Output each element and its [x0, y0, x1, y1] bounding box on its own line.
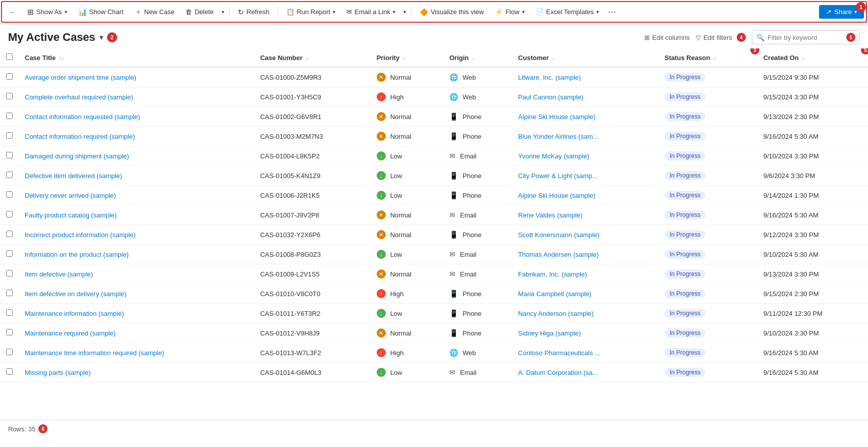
case-title-link[interactable]: Faulty product catalog (sample)	[25, 211, 117, 219]
case-title-link[interactable]: Item defective (sample)	[25, 270, 93, 278]
select-all-checkbox[interactable]	[6, 53, 13, 60]
row-checkbox[interactable]	[6, 152, 13, 158]
back-button[interactable]: ←	[4, 6, 21, 19]
priority-text: Normal	[390, 133, 412, 140]
priority-cell: ↑ High	[371, 284, 443, 304]
row-checkbox-cell[interactable]	[0, 146, 19, 166]
row-checkbox-cell[interactable]	[0, 363, 19, 382]
customer-link[interactable]: Maria Campbell (sample)	[518, 290, 591, 298]
col-header-status[interactable]: Status Reason ↓ 3	[658, 48, 757, 67]
customer-link[interactable]: Yvonne McKay (sample)	[518, 152, 589, 160]
customer-link[interactable]: Nancy Anderson (sample)	[518, 310, 594, 317]
row-checkbox-cell[interactable]	[0, 186, 19, 205]
customer-link[interactable]: Paul Cannon (sample)	[518, 93, 583, 101]
view-title-chevron-icon[interactable]: ▾	[99, 33, 103, 41]
case-title-link[interactable]: Missing parts (sample)	[25, 369, 91, 376]
row-checkbox-cell[interactable]	[0, 87, 19, 107]
more-options-button[interactable]: ⋯	[605, 5, 620, 19]
col-header-case-title[interactable]: Case Title ↑↓	[19, 48, 254, 67]
row-checkbox-cell[interactable]	[0, 127, 19, 146]
row-checkbox[interactable]	[6, 309, 13, 316]
case-number: CAS-01003-M2M7N3	[260, 133, 323, 140]
case-title-link[interactable]: Complete overhaul required (sample)	[25, 93, 133, 101]
flow-button[interactable]: ⚡ Flow ▾	[490, 6, 529, 18]
email-more-button[interactable]: ▾	[401, 7, 408, 17]
row-checkbox-cell[interactable]	[0, 245, 19, 264]
customer-link[interactable]: Rene Valdes (sample)	[518, 211, 583, 219]
created-cell: 9/10/2024 3:30 PM	[757, 146, 868, 166]
col-header-origin[interactable]: Origin ↓	[443, 48, 512, 67]
customer-link[interactable]: Litware, Inc. (sample)	[518, 74, 581, 81]
status-cell: In Progress	[658, 166, 757, 186]
row-checkbox-cell[interactable]	[0, 67, 19, 87]
select-all-header[interactable]	[0, 48, 19, 67]
case-title-link[interactable]: Contact information required (sample)	[25, 133, 135, 140]
row-checkbox[interactable]	[6, 191, 13, 198]
case-title-link[interactable]: Information on the product (sample)	[25, 251, 129, 258]
table-scroll-area[interactable]: Case Title ↑↓ Case Number ↓ Priority ↓ O…	[0, 48, 868, 420]
case-title-link[interactable]: Maintenance time information required (s…	[25, 349, 164, 357]
case-title-link[interactable]: Average order shipment time (sample)	[25, 74, 136, 81]
row-checkbox[interactable]	[6, 113, 13, 119]
customer-link[interactable]: Blue Yonder Airlines (sam...	[518, 133, 598, 140]
case-title-link[interactable]: Maintenance required (sample)	[25, 329, 116, 337]
row-checkbox-cell[interactable]	[0, 225, 19, 245]
row-checkbox[interactable]	[6, 349, 13, 355]
customer-link[interactable]: Scott Konersmann (sample)	[518, 231, 599, 239]
show-chart-button[interactable]: 📊 Show Chart	[73, 6, 129, 19]
refresh-button[interactable]: ↻ Refresh	[233, 6, 275, 19]
case-title-link[interactable]: Damaged during shipment (sample)	[25, 152, 129, 160]
col-header-case-number[interactable]: Case Number ↓	[254, 48, 370, 67]
run-report-icon: 📋	[286, 8, 294, 16]
priority-text: Low	[390, 192, 402, 199]
new-case-button[interactable]: ＋ New Case	[130, 5, 180, 19]
customer-link[interactable]: Alpine Ski House (sample)	[518, 113, 595, 121]
case-title-link[interactable]: Maintenance information (sample)	[25, 310, 124, 317]
row-checkbox[interactable]	[6, 290, 13, 296]
row-checkbox[interactable]	[6, 231, 13, 237]
customer-link[interactable]: Fabrikam, Inc. (sample)	[518, 270, 587, 278]
row-checkbox[interactable]	[6, 329, 13, 336]
col-header-priority[interactable]: Priority ↓	[371, 48, 443, 67]
case-title-link[interactable]: Incorrect product information (sample)	[25, 231, 136, 239]
row-checkbox[interactable]	[6, 93, 13, 99]
row-checkbox[interactable]	[6, 73, 13, 80]
customer-link[interactable]: City Power & Light (samp...	[518, 172, 598, 180]
customer-link[interactable]: Sidney Higa (sample)	[518, 329, 581, 337]
row-checkbox-cell[interactable]	[0, 323, 19, 343]
col-header-customer[interactable]: Customer ↓	[512, 48, 658, 67]
row-checkbox[interactable]	[6, 132, 13, 139]
row-checkbox[interactable]	[6, 368, 13, 375]
excel-button[interactable]: 📄 Excel Templates ▾	[531, 6, 604, 18]
customer-link[interactable]: A. Datum Corporation (sa...	[518, 369, 598, 376]
row-checkbox[interactable]	[6, 172, 13, 178]
run-report-button[interactable]: 📋 Run Report ▾	[281, 6, 340, 18]
filter-keyword-input[interactable]	[768, 34, 843, 41]
row-checkbox-cell[interactable]	[0, 264, 19, 284]
row-checkbox[interactable]	[6, 250, 13, 257]
case-title-link[interactable]: Item defective on delivery (sample)	[25, 290, 127, 298]
delete-more-button[interactable]: ▾	[220, 7, 226, 17]
row-checkbox-cell[interactable]	[0, 343, 19, 363]
edit-columns-button[interactable]: ⊞ Edit columns	[644, 34, 690, 41]
delete-button[interactable]: 🗑 Delete	[180, 6, 219, 18]
row-checkbox-cell[interactable]	[0, 284, 19, 304]
case-title-link[interactable]: Defective item delivered (sample)	[25, 172, 122, 180]
status-badge: In Progress	[665, 230, 705, 239]
show-as-button[interactable]: ⊞ Show As ▾	[22, 5, 72, 19]
customer-link[interactable]: Contoso Pharmaceuticals ...	[518, 349, 600, 357]
case-title-link[interactable]: Delivery never arrived (sample)	[25, 192, 116, 199]
row-checkbox[interactable]	[6, 211, 13, 217]
customer-link[interactable]: Thomas Andersen (sample)	[518, 251, 599, 258]
case-title-link[interactable]: Contact information requested (sample)	[25, 113, 140, 121]
edit-filters-button[interactable]: ▽ Edit filters 4	[696, 33, 746, 42]
row-checkbox-cell[interactable]	[0, 166, 19, 186]
visualize-button[interactable]: 🔶 Visualize this view	[415, 6, 489, 19]
row-checkbox-cell[interactable]	[0, 107, 19, 127]
row-checkbox-cell[interactable]	[0, 304, 19, 323]
col-header-created[interactable]: Created On ↓ 5	[757, 48, 868, 67]
row-checkbox[interactable]	[6, 270, 13, 276]
customer-link[interactable]: Alpine Ski House (sample)	[518, 192, 595, 199]
email-link-button[interactable]: ✉ Email a Link ▾	[341, 6, 400, 18]
row-checkbox-cell[interactable]	[0, 205, 19, 225]
